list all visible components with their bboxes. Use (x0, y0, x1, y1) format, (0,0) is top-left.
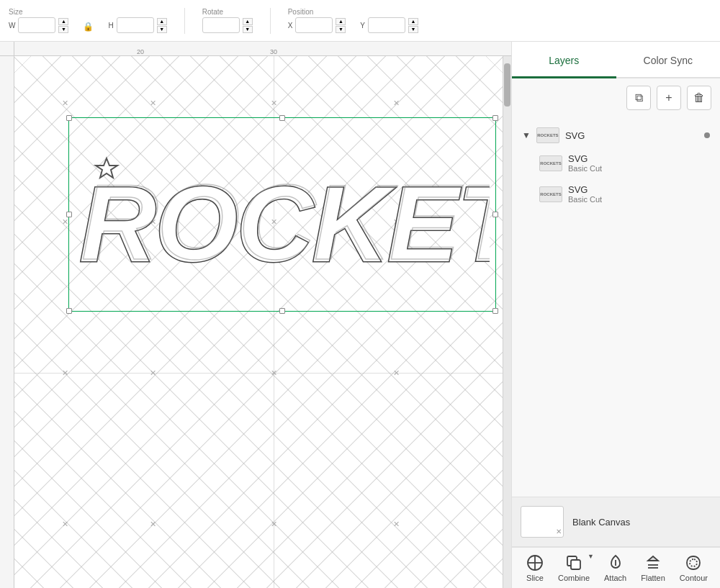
attach-label: Attach (604, 574, 626, 582)
size-group: Size W ▲ ▼ (9, 8, 68, 33)
ruler-horizontal: 20 30 (0, 42, 511, 56)
x-marker: ✕ (393, 520, 400, 529)
position-group: Position X ▲ ▼ (288, 8, 346, 33)
panel-tabs: Layers Color Sync (512, 42, 720, 78)
x-marker: ✕ (150, 99, 156, 108)
size-label: Size (9, 8, 22, 16)
x-marker: ✕ (271, 520, 277, 529)
combine-tool[interactable]: Combine ▼ (551, 551, 597, 585)
slice-label: Slice (526, 574, 544, 582)
ruler-corner (0, 42, 14, 56)
list-item[interactable]: ROCKETS SVG Basic Cut (536, 148, 713, 178)
width-spinner[interactable]: ▲ ▼ (58, 18, 68, 33)
y-input[interactable] (368, 17, 405, 33)
layer-actions: ⧉ + 🗑 (512, 78, 720, 117)
width-label: W (9, 22, 15, 30)
y-group: Y ▲ ▼ (360, 8, 418, 33)
chevron-down-icon: ▼ (522, 130, 531, 140)
handle-mr[interactable] (492, 212, 498, 217)
delete-icon: 🗑 (693, 91, 705, 104)
y-spinner[interactable]: ▲ ▼ (408, 18, 418, 33)
height-input[interactable] (117, 17, 154, 33)
ruler-tick-20: 20 (137, 48, 144, 55)
layer-visibility-dot[interactable] (704, 132, 710, 138)
x-input[interactable] (295, 17, 333, 33)
height-group: H ▲ ▼ (108, 8, 166, 33)
rockets-design[interactable]: ROCKETS ROCKETS (72, 121, 490, 308)
list-item[interactable]: ROCKETS SVG Basic Cut (536, 178, 713, 209)
bottom-toolbar: Slice Combine ▼ (512, 546, 720, 588)
x-up[interactable]: ▲ (336, 18, 346, 25)
copy-icon: ⧉ (635, 91, 643, 104)
x-marker: ✕ (62, 217, 68, 227)
contour-tool[interactable]: Contour (672, 551, 715, 585)
blank-canvas-section[interactable]: Blank Canvas (512, 497, 720, 546)
slice-icon (526, 554, 544, 571)
combine-icon (565, 554, 582, 571)
contour-label: Contour (680, 574, 708, 582)
cutting-mat[interactable]: ✕ ✕ ✕ ✕ ✕ ✕ ✕ ✕ ✕ ✕ ✕ ✕ ✕ ✕ ✕ ✕ ✕ ✕ ✕ ✕ (14, 56, 503, 588)
svg-rect-7 (571, 560, 580, 569)
layer-child-type-2: Basic Cut (568, 195, 602, 204)
flatten-tool[interactable]: Flatten (634, 551, 672, 585)
attach-icon (607, 554, 624, 571)
width-input[interactable] (18, 17, 55, 33)
x-label: X (288, 22, 293, 30)
canvas-area: 20 30 ✕ ✕ ✕ ✕ ✕ ✕ ✕ ✕ ✕ (0, 42, 511, 588)
delete-layer-button[interactable]: 🗑 (687, 86, 711, 110)
position-label: Position (288, 8, 314, 16)
combine-label: Combine (558, 574, 590, 582)
height-down[interactable]: ▼ (157, 26, 167, 33)
x-spinner[interactable]: ▲ ▼ (336, 18, 346, 33)
tab-color-sync[interactable]: Color Sync (616, 42, 721, 78)
scrollbar-vertical[interactable] (503, 56, 511, 588)
layer-child-info-1: SVG Basic Cut (568, 153, 602, 173)
x-marker: ✕ (393, 99, 400, 108)
handle-br[interactable] (492, 308, 498, 314)
y-up[interactable]: ▲ (408, 18, 418, 25)
attach-tool[interactable]: Attach (597, 551, 634, 585)
add-layer-button[interactable]: + (657, 86, 681, 110)
handle-bl[interactable] (66, 308, 72, 314)
flatten-icon (644, 554, 662, 571)
copy-layer-button[interactable]: ⧉ (626, 86, 651, 110)
layer-child-name-1: SVG (568, 153, 602, 164)
layers-list: ▼ ROCKETS SVG ROCKETS SVG (512, 117, 720, 497)
slice-tool[interactable]: Slice (519, 551, 551, 585)
width-up[interactable]: ▲ (58, 18, 68, 25)
lock-icon[interactable]: 🔒 (83, 22, 94, 32)
handle-bm[interactable] (279, 308, 285, 314)
layer-group-header[interactable]: ▼ ROCKETS SVG (519, 123, 713, 148)
height-up[interactable]: ▲ (157, 18, 167, 25)
x-marker: ✕ (150, 368, 156, 378)
divider-2 (270, 8, 271, 34)
handle-tl[interactable] (66, 115, 72, 121)
ruler-tick-30: 30 (270, 48, 277, 55)
tab-layers[interactable]: Layers (512, 42, 616, 78)
width-down[interactable]: ▼ (58, 26, 68, 33)
rotate-up[interactable]: ▲ (243, 18, 253, 25)
blank-canvas-thumbnail (521, 506, 564, 538)
rotate-group: Rotate ▲ ▼ (202, 8, 253, 33)
chevron-down-icon: ▼ (588, 553, 594, 560)
x-marker: ✕ (62, 520, 68, 529)
height-spinner[interactable]: ▲ ▼ (157, 18, 167, 33)
rotate-input[interactable] (202, 17, 240, 33)
y-down[interactable]: ▼ (408, 26, 418, 33)
flatten-label: Flatten (641, 574, 665, 582)
scrollbar-thumb[interactable] (504, 63, 510, 107)
ruler-vertical (0, 56, 14, 588)
layer-child-thumb-2: ROCKETS (539, 186, 562, 202)
x-marker: ✕ (150, 520, 156, 529)
rotate-label: Rotate (202, 8, 223, 16)
right-panel: Layers Color Sync ⧉ + 🗑 ▼ (511, 42, 720, 588)
rotate-spinner[interactable]: ▲ ▼ (243, 18, 253, 33)
rotate-down[interactable]: ▼ (243, 26, 253, 33)
x-down[interactable]: ▼ (336, 26, 346, 33)
handle-tr[interactable] (492, 115, 498, 121)
canvas-scroll: ✕ ✕ ✕ ✕ ✕ ✕ ✕ ✕ ✕ ✕ ✕ ✕ ✕ ✕ ✕ ✕ ✕ ✕ ✕ ✕ (0, 56, 511, 588)
y-label-spacer (360, 8, 362, 16)
handle-tm[interactable] (279, 115, 285, 121)
layer-group-name: SVG (565, 130, 585, 141)
add-icon: + (665, 91, 672, 104)
